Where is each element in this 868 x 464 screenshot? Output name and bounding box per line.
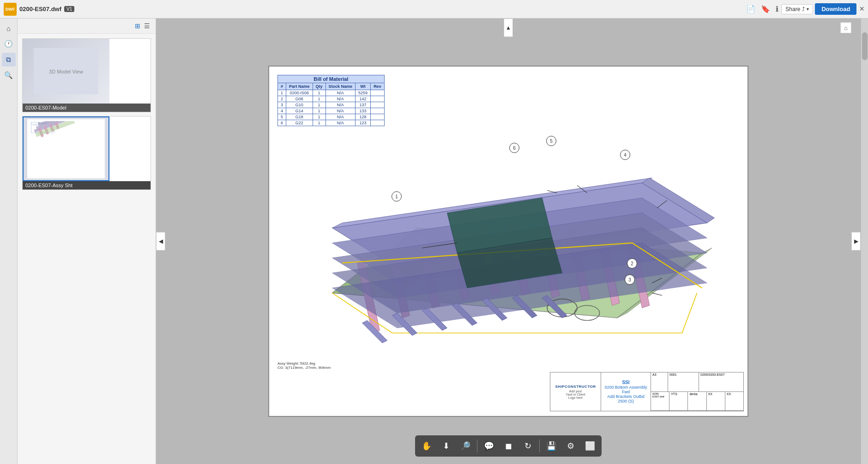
tb-drawing-line1: 0200 Bottom Assembly Fwd (603, 385, 649, 394)
share-icon: ⤴ (802, 6, 805, 12)
assy-notes: Assy Weight: 5922.4kg CG: 3(7119mm, -27m… (277, 361, 331, 370)
thumbnail-panel: ⊞ ☰ 3D Model View 0200-ES07-Model (18, 18, 156, 464)
callout-3: 3 (625, 275, 635, 285)
sidebar-pages-btn[interactable]: ⧉ (2, 53, 16, 67)
right-scrollbar[interactable] (861, 18, 868, 464)
scrollbar-thumb[interactable] (862, 32, 868, 60)
tb-size: A3 (651, 372, 668, 391)
file-title: 0200-ES07.dwf (19, 6, 61, 12)
thumbnail-toolbar: ⊞ ☰ (18, 18, 156, 34)
tb-logo-area: SHIPCONSTRUCTOR Add your Yard or Client … (550, 372, 601, 411)
settings-btn[interactable]: ⚙ (562, 437, 579, 455)
version-badge: V1 (64, 6, 74, 12)
list-view-btn[interactable]: ☰ (142, 21, 152, 31)
download-button[interactable]: Download (815, 3, 856, 15)
tb-company: SSI (622, 380, 629, 385)
assy-mini-preview: Bill of Material # Part Name Qty Wt (29, 121, 103, 177)
model-preview-svg: 3D Model View (34, 48, 98, 94)
sidebar-icons: ⌂ 🕐 ⧉ 🔍 (0, 18, 18, 464)
tb-rev-a: XX (707, 392, 725, 411)
home-fit-btn[interactable]: ⌂ (840, 22, 851, 33)
save-btn[interactable]: 💾 (542, 437, 560, 455)
help-icon-btn[interactable]: ℹ (773, 3, 781, 15)
thumbnails-list: 3D Model View 0200-ES07-Model Bill of Ma… (18, 34, 156, 464)
thumb-model-label: 0200-ES07-Model (23, 104, 151, 112)
svg-line-48 (652, 293, 662, 295)
bom-header-qty: Qty (313, 83, 326, 90)
info-icon-btn[interactable]: 🔖 (758, 3, 773, 15)
sidebar-search-btn[interactable]: 🔍 (2, 68, 16, 82)
markup-btn[interactable]: ◼ (500, 437, 517, 455)
bom-header-partname: Part Name (286, 83, 313, 90)
chevron-down-icon: ▾ (807, 6, 809, 12)
title-bar: DWF 0200-ES07.dwf V1 📄 🔖 ℹ Share ⤴ ▾ Dow… (0, 0, 868, 18)
toolbar-separator-2 (539, 440, 540, 452)
thumbnail-model[interactable]: 3D Model View 0200-ES07-Model (22, 38, 151, 112)
bom-header-stockname: Stock Name (326, 83, 356, 90)
assy-weight: Assy Weight: 5922.4kg (277, 361, 331, 366)
tb-logo-name: SHIPCONSTRUCTOR (555, 385, 596, 389)
tb-logo-sub: Add your Yard or Client Logo here (555, 390, 596, 399)
bom-header-num: # (278, 83, 286, 90)
thumbnail-assy[interactable]: Bill of Material # Part Name Qty Wt (22, 116, 151, 190)
assy-cg: CG: 3(7119mm, -27mm, 904mm (277, 366, 331, 370)
bom-header-wt: Wt (356, 83, 371, 90)
tb-drawing-line2: Add Brackets Outbd 2500 (S) (603, 394, 649, 403)
callout-6: 6 (509, 143, 519, 153)
callout-5: 5 (546, 136, 556, 146)
bom-header-rev: Rev (371, 83, 385, 90)
nav-arrow-top[interactable]: ▲ (504, 18, 513, 37)
zoom-in-btn[interactable]: 🔎 (457, 437, 474, 455)
refresh-btn[interactable]: ↻ (519, 437, 536, 455)
assembly-drawing-svg (292, 92, 717, 374)
tb-right-area: A3 0001 0200/0200-ES07 0200-ES07.dwf YTS… (651, 372, 743, 411)
bom-title: Bill of Material (278, 75, 385, 83)
main-layout: ⌂ 🕐 ⧉ 🔍 ⊞ ☰ 3D Model View 0200- (0, 18, 868, 464)
nav-arrow-right[interactable]: ▶ (851, 232, 861, 250)
toolbar-separator-1 (477, 440, 477, 452)
thumb-assy-img: Bill of Material # Part Name Qty Wt (23, 116, 109, 181)
nav-arrow-left[interactable]: ◀ (156, 232, 165, 250)
share-button[interactable]: Share ⤴ ▾ (781, 4, 813, 14)
tb-drawn: YTS (669, 392, 688, 411)
canvas-area[interactable]: ▲ ◀ ▶ ⌂ Bill of Material # Part Name Qty… (156, 18, 861, 464)
thumb-assy-label: 0200-ES07-Assy Sht (23, 181, 151, 189)
fit-page-btn[interactable]: ⬇ (437, 437, 455, 455)
thumb-model-img: 3D Model View (23, 39, 109, 104)
bottom-toolbar: ✋ ⬇ 🔎 💬 ◼ ↻ 💾 ⚙ ⬜ (415, 435, 602, 457)
tb-checked: denia (688, 392, 706, 411)
callout-4: 4 (620, 150, 630, 160)
callout-1: 1 (392, 191, 402, 201)
sidebar-home-btn[interactable]: ⌂ (2, 21, 16, 35)
tb-drawing-num: 0200/0200-ES07 (699, 372, 743, 391)
close-button[interactable]: × (859, 4, 864, 14)
tb-number: 0001 (668, 372, 699, 391)
tb-filename: 0200-ES07.dwf (651, 392, 669, 411)
grid-view-btn[interactable]: ⊞ (133, 21, 142, 31)
tb-rev-b: XX (725, 392, 743, 411)
file-icon-btn[interactable]: 📄 (743, 3, 758, 15)
more-btn[interactable]: ⬜ (581, 437, 599, 455)
title-block: SHIPCONSTRUCTOR Add your Yard or Client … (550, 372, 744, 411)
drawing-sheet: Bill of Material # Part Name Qty Stock N… (268, 66, 748, 417)
svg-text:3D Model View: 3D Model View (49, 69, 83, 74)
comment-btn[interactable]: 💬 (480, 437, 498, 455)
callout-2: 2 (627, 258, 637, 269)
file-icon: DWF (4, 3, 17, 16)
tb-title-area: SSI 0200 Bottom Assembly Fwd Add Bracket… (601, 372, 651, 411)
hand-tool-btn[interactable]: ✋ (418, 437, 435, 455)
sidebar-history-btn[interactable]: 🕐 (2, 37, 16, 51)
